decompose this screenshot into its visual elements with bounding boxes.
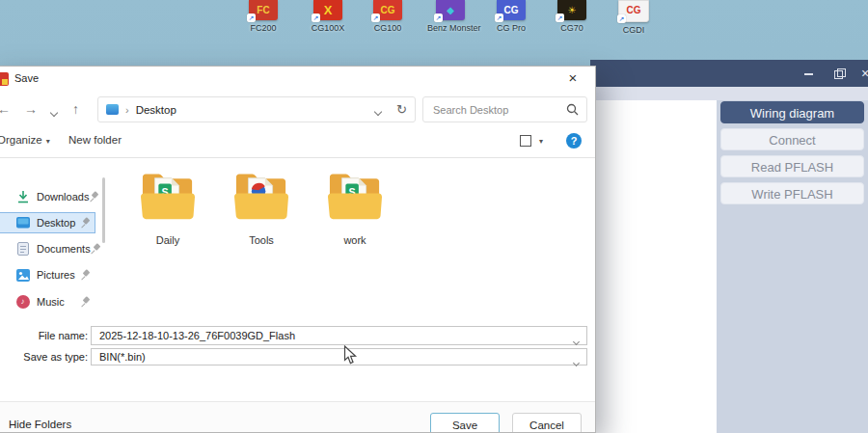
shortcut-arrow-icon: ↗	[617, 14, 626, 23]
close-icon[interactable]: ×	[564, 69, 582, 87]
desktop-icon-label: CG70	[549, 23, 595, 33]
file-name-field[interactable]	[91, 326, 587, 345]
pin-icon	[80, 218, 91, 229]
address-bar[interactable]: › Desktop ↻	[97, 96, 416, 122]
sidebar-item-music[interactable]: ♪ Music	[0, 291, 95, 312]
desktop-icon-label: Benz Monster	[427, 23, 474, 33]
desktop-icon-cgdi[interactable]: CG↗ CGDI	[610, 0, 657, 35]
close-icon[interactable]: ×	[858, 68, 868, 79]
wiring-diagram-button[interactable]: Wiring diagram	[720, 101, 864, 123]
shortcut-arrow-icon: ↗	[434, 14, 443, 22]
chevron-down-icon: ▾	[46, 137, 50, 146]
breadcrumb[interactable]: Desktop	[136, 104, 176, 116]
search-box	[422, 96, 587, 122]
music-icon: ♪	[15, 295, 30, 310]
pin-icon	[80, 297, 91, 308]
desktop-icon-fc200[interactable]: FC↗ FC200	[240, 0, 286, 33]
pin-icon	[80, 270, 91, 281]
chevron-down-icon[interactable]	[574, 352, 579, 369]
hide-folders-button[interactable]: Hide Folders	[9, 419, 71, 430]
search-input[interactable]	[431, 103, 566, 117]
desktop-icon-benz-monster[interactable]: ◆↗ Benz Monster	[427, 0, 474, 33]
dialog-footer: Hide Folders Save Cancel	[0, 401, 595, 432]
back-icon[interactable]: ←	[0, 101, 11, 117]
view-options-icon[interactable]: ▾	[539, 137, 543, 146]
save-as-type-label: Save as type:	[0, 348, 88, 365]
desktop-icon-label: CGDI	[610, 25, 657, 35]
breadcrumb-separator: ›	[125, 104, 129, 116]
forward-icon[interactable]: →	[24, 101, 38, 117]
pin-icon	[89, 192, 99, 203]
sidebar-item-documents[interactable]: Documents	[0, 238, 95, 259]
sidebar-item-desktop[interactable]: Desktop	[0, 212, 95, 233]
desktop-icon-label: CG100X	[305, 23, 351, 33]
search-icon[interactable]	[566, 103, 579, 116]
organize-button[interactable]: Organize▾	[0, 134, 50, 146]
new-folder-button[interactable]: New folder	[68, 134, 122, 146]
connect-button[interactable]: Connect	[720, 128, 864, 150]
address-dropdown-icon[interactable]	[375, 101, 381, 119]
cancel-button[interactable]: Cancel	[512, 413, 582, 433]
shortcut-arrow-icon: ↗	[371, 14, 380, 22]
sidebar-scrollbar[interactable]	[102, 177, 105, 243]
desktop-icon-label: FC200	[240, 23, 286, 33]
dialog-title: Save	[14, 72, 39, 84]
recent-locations-icon[interactable]	[51, 103, 57, 119]
toolbar-separator	[0, 157, 595, 158]
folder-icon: S	[324, 169, 386, 223]
desktop-icon-label: CG100	[365, 23, 411, 33]
file-name-label: File name:	[0, 326, 88, 345]
desktop-monitor-icon	[15, 216, 30, 230]
save-button[interactable]: Save	[430, 413, 500, 433]
restore-icon[interactable]	[832, 68, 846, 79]
folder-label: Daily	[129, 234, 206, 246]
app-main-area	[590, 100, 717, 433]
sidebar-item-downloads[interactable]: Downloads	[0, 186, 95, 207]
dialog-app-icon	[0, 72, 9, 86]
folder-tools[interactable]: Tools	[223, 169, 300, 246]
desktop-icon-label: CG Pro	[488, 23, 534, 33]
fc200-app-icon: FC↗	[249, 0, 278, 20]
minimize-icon[interactable]	[802, 68, 816, 79]
read-pflash-button[interactable]: Read PFLASH	[720, 155, 864, 177]
sidebar-item-pictures[interactable]: Pictures	[0, 264, 95, 285]
folder-label: Tools	[223, 234, 300, 246]
document-icon	[15, 242, 30, 257]
write-pflash-button[interactable]: Write PFLASH	[720, 182, 864, 204]
desktop-icon-cg100x[interactable]: X↗ CG100X	[305, 0, 351, 33]
save-as-type-field[interactable]	[91, 348, 587, 365]
cg100-app-icon: CG↗	[373, 0, 402, 20]
desktop-icon-cg70[interactable]: ☀↗ CG70	[549, 0, 595, 33]
folder-work[interactable]: S work	[316, 169, 393, 246]
shortcut-arrow-icon: ↗	[247, 14, 256, 22]
downloads-icon	[15, 190, 30, 204]
chevron-down-icon[interactable]	[574, 331, 579, 348]
cgdi-app-icon: CG↗	[618, 0, 649, 22]
change-view-icon[interactable]	[520, 135, 531, 147]
cg-pro-app-icon: CG↗	[497, 0, 526, 20]
up-icon[interactable]: ↑	[72, 101, 79, 117]
refresh-icon[interactable]: ↻	[396, 102, 407, 117]
folder-daily[interactable]: S Daily	[129, 169, 206, 246]
help-icon[interactable]: ?	[566, 133, 582, 149]
pictures-icon	[15, 268, 30, 283]
desktop-icon-cg-pro[interactable]: CG↗ CG Pro	[488, 0, 534, 33]
folder-label: work	[316, 234, 393, 246]
shortcut-arrow-icon: ↗	[495, 14, 503, 22]
cg70-app-icon: ☀↗	[557, 0, 586, 20]
background-app-window: × Wiring diagram Connect Read PFLASH Wri…	[590, 60, 868, 433]
benz-monster-app-icon: ◆↗	[436, 0, 465, 20]
command-toolbar: Organize▾ New folder ▾ ?	[0, 126, 595, 157]
shortcut-arrow-icon: ↗	[312, 14, 320, 22]
pin-icon	[91, 244, 101, 255]
file-name-input[interactable]	[97, 329, 567, 342]
save-dialog: Save × ← → ↑ › Desktop ↻ Organize▾ New f…	[0, 66, 596, 433]
dialog-titlebar: Save ×	[0, 67, 595, 92]
shortcut-arrow-icon: ↗	[556, 14, 564, 22]
folder-icon	[231, 169, 292, 223]
app-titlebar: ×	[590, 60, 868, 87]
desktop-icon-cg100[interactable]: CG↗ CG100	[365, 0, 411, 33]
app-toolbar-band	[590, 87, 868, 100]
save-as-type-input[interactable]	[97, 350, 567, 364]
mouse-cursor	[343, 345, 358, 365]
